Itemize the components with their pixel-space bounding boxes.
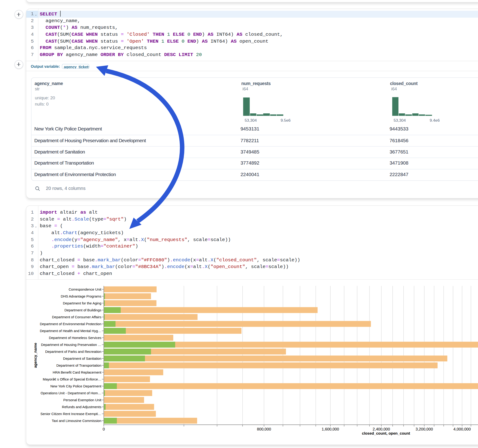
svg-text:3,200,000: 3,200,000: [415, 427, 433, 431]
svg-text:Department of Parks and Recrea: Department of Parks and Recreation: [45, 350, 101, 354]
svg-text:Refunds and Adjustments: Refunds and Adjustments: [62, 405, 101, 409]
svg-text:Department of Housing Preserva: Department of Housing Preservation …: [41, 343, 101, 347]
svg-text:Correspondence Unit: Correspondence Unit: [69, 287, 102, 291]
svg-text:Department of Buildings: Department of Buildings: [64, 308, 101, 312]
svg-text:4,000,000: 4,000,000: [453, 427, 471, 431]
svg-text:Operations Unit - Department o: Operations Unit - Department of Hom…: [41, 391, 101, 395]
svg-text:Department of Homeless Service: Department of Homeless Services: [49, 336, 101, 340]
svg-text:1,600,000: 1,600,000: [322, 427, 339, 431]
svg-text:2,400,000: 2,400,000: [373, 427, 390, 431]
svg-text:New York City Police Departmen: New York City Police Department: [50, 384, 102, 388]
svg-text:Department for the Aging: Department for the Aging: [63, 301, 101, 305]
svg-text:Department of Consumer Affairs: Department of Consumer Affairs: [52, 315, 101, 319]
svg-text:0: 0: [103, 427, 105, 431]
svg-text:Department of Sanitation: Department of Sanitation: [63, 356, 101, 361]
svg-text:Taxi and Limousine Commission: Taxi and Limousine Commission: [52, 419, 101, 423]
svg-text:HRA Benefit Card Replacement: HRA Benefit Card Replacement: [53, 370, 102, 374]
svg-text:agency_name: agency_name: [33, 343, 37, 368]
svg-text:Senior Citizen Rent Increase E: Senior Citizen Rent Increase Exempti…: [40, 412, 101, 416]
svg-text:Personal Exemption Unit: Personal Exemption Unit: [63, 398, 101, 402]
svg-text:Department of Environmental Pr: Department of Environmental Protection: [40, 322, 101, 326]
svg-text:DHS Advantage Programs: DHS Advantage Programs: [61, 294, 101, 298]
svg-text:Department of Transportation: Department of Transportation: [56, 363, 101, 367]
svg-text:closed_count, open_count: closed_count, open_count: [362, 431, 410, 435]
svg-text:Mayorâ€ s Office of Special En: Mayorâ€ s Office of Special Enforce…: [43, 377, 101, 381]
svg-text:800,000: 800,000: [257, 427, 271, 431]
svg-text:Department of Health and Menta: Department of Health and Mental Hyg…: [40, 329, 101, 333]
